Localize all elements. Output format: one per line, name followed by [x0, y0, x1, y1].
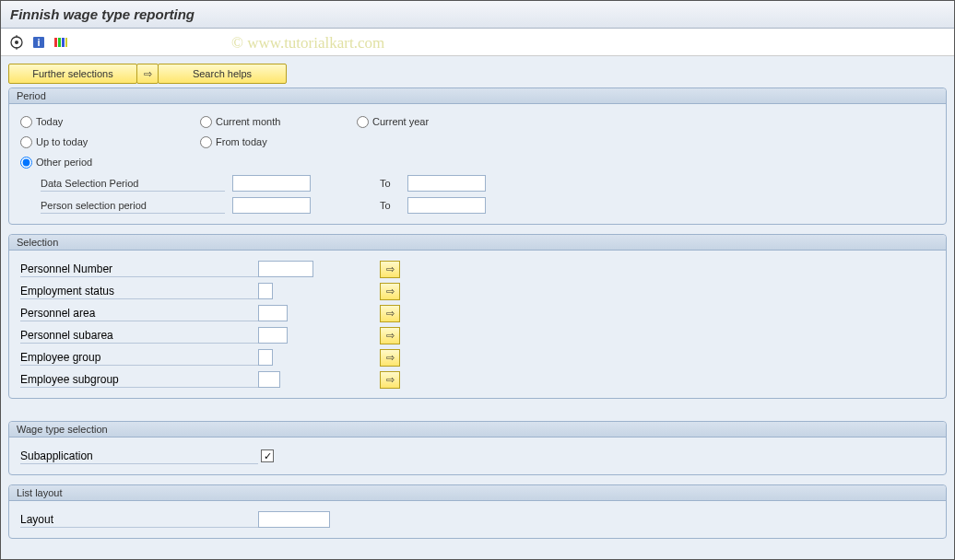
svg-rect-8: [62, 38, 65, 47]
person-selection-to-label: To: [380, 200, 407, 211]
selection-field-input[interactable]: [258, 283, 273, 299]
arrow-right-icon: ⇨: [386, 330, 395, 342]
layout-input[interactable]: [258, 511, 330, 528]
execute-icon[interactable]: [8, 34, 25, 51]
wage-group-title: Wage type selection: [9, 422, 946, 438]
radio-current-year[interactable]: Current year: [357, 116, 504, 128]
selection-group-title: Selection: [9, 235, 946, 251]
selection-row: Employee group⇨: [20, 346, 935, 368]
data-selection-label: Data Selection Period: [20, 175, 232, 192]
radio-from-today-input[interactable]: [200, 136, 212, 148]
toolbar: i: [1, 29, 954, 56]
wage-group: Wage type selection Subapplication ✓: [8, 421, 947, 475]
radio-from-today-label: From today: [216, 136, 267, 147]
svg-point-1: [15, 41, 18, 44]
radio-current-month[interactable]: Current month: [200, 116, 357, 128]
selection-field-input[interactable]: [258, 327, 288, 344]
selection-row: Personnel area⇨: [20, 302, 935, 324]
arrow-right-icon: ⇨: [386, 374, 395, 386]
selection-field-label: Personnel area: [20, 305, 258, 321]
selection-row: Personnel subarea⇨: [20, 324, 935, 346]
main-area: Further selections ⇨ Search helps Period…: [1, 56, 954, 559]
selection-field-input[interactable]: [258, 371, 280, 388]
person-selection-from-input[interactable]: [232, 197, 311, 214]
radio-current-month-input[interactable]: [200, 116, 212, 128]
multiple-selection-button[interactable]: ⇨: [380, 305, 400, 322]
info-icon[interactable]: i: [30, 34, 47, 51]
radio-other-period-label: Other period: [36, 157, 92, 168]
arrow-right-icon: ⇨: [386, 352, 395, 364]
layout-group: List layout Layout: [8, 484, 947, 539]
selection-field-label: Personnel Number: [20, 261, 258, 277]
multiple-selection-button[interactable]: ⇨: [380, 327, 400, 344]
selection-field-label: Personnel subarea: [20, 327, 258, 344]
data-selection-from-input[interactable]: [232, 175, 311, 192]
svg-rect-6: [54, 38, 57, 47]
period-group: Period Today Current month Current year: [8, 88, 947, 225]
arrow-right-icon: ⇨: [386, 263, 395, 275]
radio-from-today[interactable]: From today: [200, 136, 357, 148]
svg-rect-9: [65, 38, 67, 47]
radio-up-to-today[interactable]: Up to today: [20, 136, 200, 148]
data-selection-to-label: To: [380, 178, 407, 189]
action-buttons: Further selections ⇨ Search helps: [8, 64, 947, 84]
subapplication-checkbox[interactable]: ✓: [261, 449, 274, 462]
search-helps-button[interactable]: Search helps: [158, 64, 287, 84]
multiple-selection-button[interactable]: ⇨: [380, 261, 400, 278]
page-title: Finnish wage type reporting: [1, 1, 954, 29]
selection-field-input[interactable]: [258, 349, 273, 366]
multiple-selection-button[interactable]: ⇨: [380, 349, 400, 367]
selection-row: Employee subgroup⇨: [20, 368, 935, 391]
further-selections-button[interactable]: Further selections: [8, 64, 137, 84]
radio-other-period-input[interactable]: [20, 157, 32, 169]
radio-up-to-today-input[interactable]: [20, 136, 32, 148]
selection-field-label: Employee group: [20, 349, 258, 366]
search-helps-label: Search helps: [193, 68, 252, 79]
multiple-selection-button[interactable]: ⇨: [380, 283, 400, 300]
selection-field-label: Employment status: [20, 283, 258, 299]
person-selection-to-input[interactable]: [407, 197, 486, 214]
radio-current-year-label: Current year: [372, 116, 429, 127]
arrow-right-button[interactable]: ⇨: [136, 64, 159, 84]
radio-current-year-input[interactable]: [357, 116, 369, 128]
selection-field-input[interactable]: [258, 261, 313, 277]
arrow-right-icon: ⇨: [386, 308, 395, 320]
radio-other-period[interactable]: Other period: [20, 157, 200, 169]
selection-field-label: Employee subgroup: [20, 371, 258, 388]
selection-field-input[interactable]: [258, 305, 288, 321]
arrow-right-icon: ⇨: [144, 68, 152, 80]
radio-today-input[interactable]: [20, 116, 32, 128]
radio-current-month-label: Current month: [216, 116, 280, 127]
layout-label: Layout: [20, 511, 258, 528]
svg-text:i: i: [37, 37, 40, 48]
period-group-title: Period: [9, 88, 946, 104]
layout-group-title: List layout: [9, 485, 946, 501]
data-selection-to-input[interactable]: [407, 175, 486, 192]
arrow-right-icon: ⇨: [386, 286, 395, 298]
selection-group: Selection Personnel Number⇨Employment st…: [8, 234, 947, 399]
color-icon[interactable]: [53, 34, 69, 51]
svg-rect-7: [58, 38, 61, 47]
radio-today[interactable]: Today: [20, 116, 200, 128]
selection-row: Employment status⇨: [20, 280, 935, 302]
selection-row: Personnel Number⇨: [20, 258, 935, 280]
further-selections-label: Further selections: [32, 68, 112, 79]
radio-today-label: Today: [36, 116, 63, 127]
subapplication-label: Subapplication: [20, 448, 258, 464]
person-selection-label: Person selection period: [20, 197, 232, 214]
multiple-selection-button[interactable]: ⇨: [380, 371, 400, 389]
radio-up-to-today-label: Up to today: [36, 136, 88, 147]
